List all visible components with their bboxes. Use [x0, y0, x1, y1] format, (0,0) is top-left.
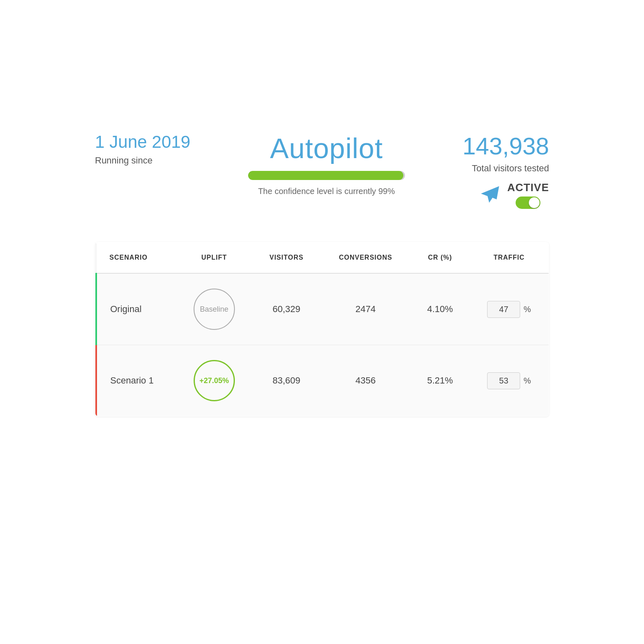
table-header-row: SCENARIO UPLIFT VISITORS CONVERSIONS CR …: [96, 242, 549, 274]
total-visitors-count: 143,938: [462, 132, 549, 160]
header-section: 1 June 2019 Running since Autopilot The …: [95, 132, 549, 209]
progress-bar-container: [248, 171, 405, 180]
traffic-input-group-original: %: [487, 301, 531, 318]
cr-cell-original: 4.10%: [411, 273, 470, 345]
toggle-knob: [529, 197, 540, 208]
cr-cell-scenario1: 5.21%: [411, 345, 470, 417]
main-container: 1 June 2019 Running since Autopilot The …: [0, 0, 644, 644]
right-block: 143,938 Total visitors tested ACTIVE: [462, 132, 549, 209]
table-row: Scenario 1 +27.05% 83,609 4356 5.21% %: [96, 345, 549, 417]
col-header-uplift: UPLIFT: [176, 242, 252, 274]
traffic-input-scenario1[interactable]: [487, 372, 520, 389]
total-visitors-label: Total visitors tested: [472, 163, 549, 174]
active-label: ACTIVE: [507, 181, 549, 194]
data-table: SCENARIO UPLIFT VISITORS CONVERSIONS CR …: [95, 242, 549, 417]
traffic-cell-scenario1: %: [469, 345, 549, 417]
progress-bar-fill: [248, 171, 403, 180]
traffic-input-group-scenario1: %: [487, 372, 531, 389]
running-since-label: Running since: [95, 155, 190, 166]
traffic-percent-original: %: [523, 305, 531, 314]
active-section: ACTIVE: [479, 181, 549, 209]
col-header-visitors: VISITORS: [252, 242, 320, 274]
visitors-cell-original: 60,329: [252, 273, 320, 345]
table-section: SCENARIO UPLIFT VISITORS CONVERSIONS CR …: [95, 242, 549, 417]
conversions-cell-scenario1: 4356: [321, 345, 411, 417]
uplift-badge: +27.05%: [194, 360, 235, 401]
table-row: Original Baseline 60,329 2474 4.10% %: [96, 273, 549, 345]
traffic-cell-original: %: [469, 273, 549, 345]
col-header-cr: CR (%): [411, 242, 470, 274]
active-label-block: ACTIVE: [507, 181, 549, 209]
conversions-cell-original: 2474: [321, 273, 411, 345]
col-header-traffic: TRAFFIC: [469, 242, 549, 274]
visitors-cell-scenario1: 83,609: [252, 345, 320, 417]
uplift-cell-original: Baseline: [176, 273, 252, 345]
baseline-badge: Baseline: [194, 289, 235, 330]
uplift-cell-scenario1: +27.05%: [176, 345, 252, 417]
col-header-scenario: SCENARIO: [96, 242, 176, 274]
traffic-input-original[interactable]: [487, 301, 520, 318]
autopilot-title: Autopilot: [270, 132, 383, 164]
scenario-name-scenario1: Scenario 1: [96, 345, 176, 417]
col-header-conversions: CONVERSIONS: [321, 242, 411, 274]
date-block: 1 June 2019 Running since: [95, 132, 190, 166]
airplane-icon: [479, 185, 501, 206]
traffic-percent-scenario1: %: [523, 376, 531, 386]
center-block: Autopilot The confidence level is curren…: [248, 132, 405, 196]
active-toggle[interactable]: [516, 197, 540, 209]
confidence-text: The confidence level is currently 99%: [258, 187, 395, 196]
scenario-name-original: Original: [96, 273, 176, 345]
date-text: 1 June 2019: [95, 132, 190, 152]
